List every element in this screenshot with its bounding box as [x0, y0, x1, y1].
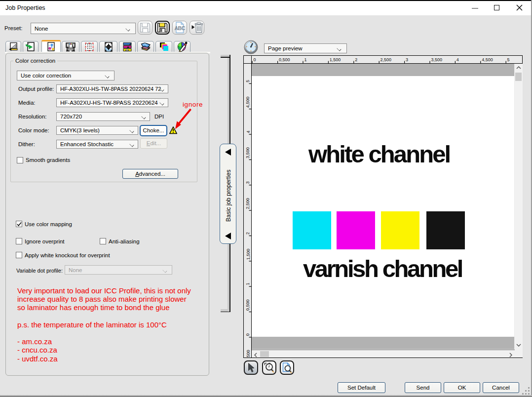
svg-text:0,500: 0,500: [246, 350, 251, 357]
svg-text:4: 4: [246, 130, 251, 133]
svg-text:3: 3: [246, 181, 251, 184]
svg-text:4: 4: [456, 57, 459, 62]
svg-text:5: 5: [246, 80, 251, 82]
svg-text:2,500: 2,500: [380, 57, 392, 62]
svg-text:4,500: 4,500: [246, 97, 251, 108]
svg-text:0,500: 0,500: [279, 57, 290, 62]
svg-text:2: 2: [246, 232, 251, 235]
svg-text:3: 3: [406, 57, 408, 62]
svg-text:1,500: 1,500: [246, 249, 251, 260]
svg-text:5: 5: [507, 57, 510, 62]
svg-text:ABC: ABC: [175, 25, 186, 31]
svg-text:0,500: 0,500: [246, 299, 251, 311]
svg-text:0: 0: [246, 333, 251, 336]
svg-text:Basic job properties: Basic job properties: [225, 170, 232, 222]
svg-text:2: 2: [355, 57, 357, 62]
svg-text:1: 1: [304, 57, 306, 62]
svg-text:3,500: 3,500: [246, 147, 251, 159]
svg-text:1,500: 1,500: [330, 57, 341, 62]
svg-text:0: 0: [254, 57, 256, 62]
svg-text:3,500: 3,500: [431, 57, 442, 62]
svg-text:4,500: 4,500: [482, 57, 493, 62]
svg-text:1: 1: [246, 283, 251, 285]
svg-text:2,500: 2,500: [246, 198, 251, 209]
